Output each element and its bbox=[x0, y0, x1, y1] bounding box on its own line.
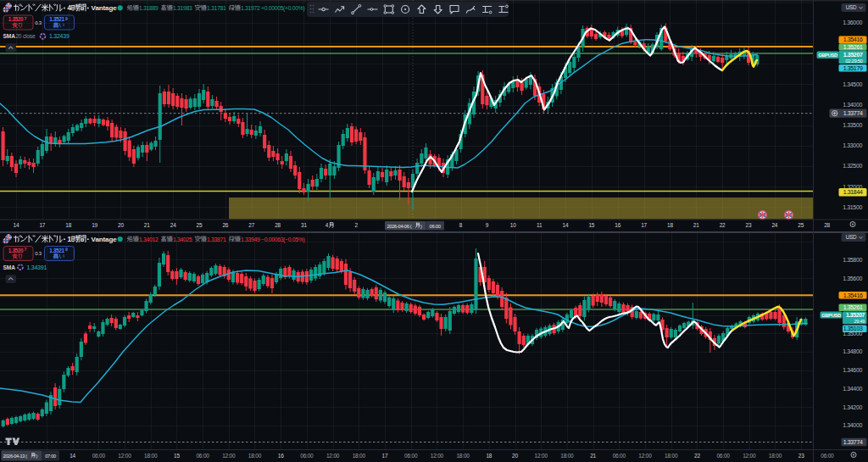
svg-text:2: 2 bbox=[354, 222, 358, 228]
svg-text:1.34500: 1.34500 bbox=[843, 81, 862, 87]
svg-text:14: 14 bbox=[70, 453, 75, 459]
svg-text:06:00: 06:00 bbox=[92, 453, 106, 459]
svg-text:24: 24 bbox=[771, 222, 777, 228]
svg-text:): ) bbox=[36, 454, 38, 459]
svg-text:Vantage: Vantage bbox=[92, 236, 118, 243]
svg-text:18:00: 18:00 bbox=[353, 453, 366, 459]
svg-text:1.3521: 1.3521 bbox=[49, 16, 64, 22]
svg-text:23: 23 bbox=[746, 222, 752, 228]
svg-text:12:00: 12:00 bbox=[118, 453, 131, 459]
svg-text:29:49: 29:49 bbox=[854, 319, 865, 324]
svg-text:06:00: 06:00 bbox=[196, 453, 209, 459]
svg-text:28: 28 bbox=[275, 222, 281, 228]
svg-text:21: 21 bbox=[590, 453, 596, 459]
svg-text:1.34012: 1.34012 bbox=[139, 237, 159, 242]
svg-text:20: 20 bbox=[512, 453, 518, 459]
svg-text:(−0.05%): (−0.05%) bbox=[283, 237, 304, 243]
svg-text:25: 25 bbox=[197, 222, 203, 228]
svg-text:4: 4 bbox=[326, 222, 329, 228]
svg-text:11: 11 bbox=[537, 222, 542, 228]
svg-text:2026-04-13 (: 2026-04-13 ( bbox=[3, 454, 28, 459]
svg-text:USD: USD bbox=[846, 234, 857, 240]
svg-text:1.35600: 1.35600 bbox=[843, 276, 862, 281]
svg-text:14: 14 bbox=[14, 222, 19, 228]
svg-text:12:00: 12:00 bbox=[743, 453, 756, 459]
svg-text:1: 1 bbox=[67, 235, 71, 243]
svg-text:1.3521: 1.3521 bbox=[49, 248, 64, 253]
svg-text:0.3: 0.3 bbox=[35, 20, 42, 25]
svg-text:16: 16 bbox=[615, 222, 620, 228]
svg-text:1.31844: 1.31844 bbox=[843, 189, 863, 195]
svg-text:23: 23 bbox=[798, 453, 804, 459]
svg-text:GBPUSD: GBPUSD bbox=[821, 313, 841, 318]
svg-text:17: 17 bbox=[382, 453, 388, 459]
svg-text:24: 24 bbox=[170, 222, 176, 228]
svg-text:(+0.00%): (+0.00%) bbox=[283, 5, 304, 12]
svg-text:1.34000: 1.34000 bbox=[843, 102, 862, 108]
svg-text:1.3520: 1.3520 bbox=[8, 16, 24, 22]
svg-text:15: 15 bbox=[588, 222, 594, 228]
svg-text:2026-04-06 (: 2026-04-06 ( bbox=[387, 224, 412, 229]
svg-text:1.35103: 1.35103 bbox=[843, 326, 863, 331]
svg-text:12:00: 12:00 bbox=[326, 453, 340, 459]
svg-text:17: 17 bbox=[39, 222, 45, 228]
svg-text:0.3: 0.3 bbox=[35, 251, 42, 256]
svg-text:19: 19 bbox=[92, 222, 97, 228]
svg-text:18:00: 18:00 bbox=[769, 453, 782, 459]
svg-text:1.33000: 1.33000 bbox=[843, 142, 862, 148]
svg-text:12:00: 12:00 bbox=[431, 453, 444, 459]
svg-text:7: 7 bbox=[25, 247, 27, 252]
svg-text:17: 17 bbox=[641, 222, 647, 228]
svg-text:18:00: 18:00 bbox=[144, 453, 158, 459]
svg-text:31: 31 bbox=[301, 222, 307, 228]
svg-text:1.34200: 1.34200 bbox=[843, 404, 862, 410]
svg-text:18:00: 18:00 bbox=[665, 453, 678, 459]
svg-text:18:00: 18:00 bbox=[456, 453, 470, 459]
svg-text:06:00: 06:00 bbox=[821, 453, 834, 459]
svg-text:16: 16 bbox=[278, 453, 284, 459]
svg-text:1.35261: 1.35261 bbox=[843, 304, 863, 310]
svg-text:06:00: 06:00 bbox=[404, 453, 418, 459]
svg-text:Vantage: Vantage bbox=[92, 4, 118, 12]
svg-text:USD: USD bbox=[846, 4, 857, 10]
svg-text:GBPUSD: GBPUSD bbox=[818, 53, 837, 58]
svg-text:10: 10 bbox=[510, 222, 516, 228]
svg-text:20 close: 20 close bbox=[15, 33, 35, 39]
svg-text:7: 7 bbox=[25, 16, 27, 21]
svg-text:12:00: 12:00 bbox=[535, 453, 548, 459]
svg-text:28: 28 bbox=[824, 222, 830, 228]
svg-text:07:00: 07:00 bbox=[45, 454, 56, 459]
svg-text:1.3520: 1.3520 bbox=[8, 248, 24, 253]
svg-text:1.34400: 1.34400 bbox=[843, 386, 862, 392]
svg-text:21: 21 bbox=[144, 222, 150, 228]
svg-text:1.31983: 1.31983 bbox=[173, 5, 192, 11]
svg-text:18: 18 bbox=[486, 453, 492, 459]
svg-text:1.35416: 1.35416 bbox=[843, 36, 863, 42]
svg-text:06:00: 06:00 bbox=[613, 453, 626, 459]
svg-text:22: 22 bbox=[720, 222, 726, 228]
svg-text:1.34000: 1.34000 bbox=[843, 422, 862, 428]
svg-text:9: 9 bbox=[65, 247, 68, 252]
svg-text:18:00: 18:00 bbox=[560, 453, 574, 459]
svg-text:1.33949: 1.33949 bbox=[241, 237, 260, 242]
svg-text:18: 18 bbox=[65, 222, 71, 228]
svg-text:1.35179: 1.35179 bbox=[843, 65, 863, 71]
svg-text:18: 18 bbox=[667, 222, 673, 228]
svg-text:12:00: 12:00 bbox=[222, 453, 236, 459]
svg-text:1.33774: 1.33774 bbox=[843, 110, 863, 116]
svg-text:1.32500: 1.32500 bbox=[843, 163, 862, 169]
svg-text:8: 8 bbox=[459, 222, 463, 228]
svg-text:SMA: SMA bbox=[3, 33, 16, 39]
svg-text:9: 9 bbox=[65, 16, 68, 21]
svg-text:15: 15 bbox=[174, 453, 180, 459]
svg-text:22: 22 bbox=[694, 453, 700, 459]
svg-text:1.33500: 1.33500 bbox=[843, 122, 862, 128]
svg-text:1.34025: 1.34025 bbox=[173, 237, 192, 242]
svg-text:1.31972: 1.31972 bbox=[241, 5, 260, 11]
svg-text:06:00: 06:00 bbox=[430, 224, 441, 229]
svg-text:25: 25 bbox=[798, 222, 804, 228]
svg-text:1.35207: 1.35207 bbox=[843, 52, 863, 58]
svg-text:1.34600: 1.34600 bbox=[843, 367, 862, 373]
svg-text:27: 27 bbox=[248, 222, 254, 228]
svg-text:SMA: SMA bbox=[3, 264, 16, 270]
